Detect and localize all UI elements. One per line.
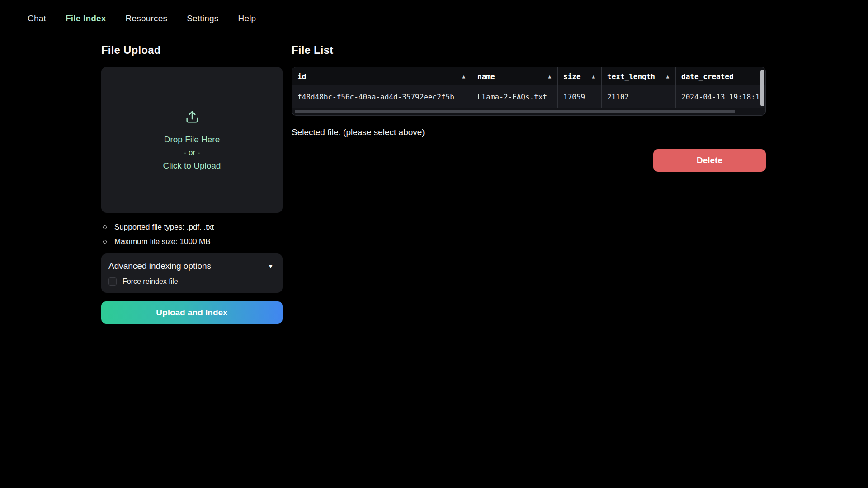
column-label: id	[297, 72, 306, 81]
upload-icon	[184, 109, 200, 127]
click-to-upload-link[interactable]: Click to Upload	[163, 161, 221, 171]
note-text: Supported file types: .pdf, .txt	[114, 223, 214, 232]
column-header-size[interactable]: size ▲	[557, 67, 601, 85]
file-table: id ▲ name ▲ size ▲ text_length ▲ date_cr…	[292, 67, 766, 116]
bullet-icon	[103, 225, 107, 229]
horizontal-scrollbar[interactable]	[295, 110, 735, 113]
file-list-title: File List	[292, 44, 766, 56]
drop-file-here-text: Drop File Here	[164, 135, 220, 145]
table-header-row: id ▲ name ▲ size ▲ text_length ▲ date_cr…	[292, 67, 765, 85]
cell-id: f48d48bc-f56c-40aa-ad4d-35792eec2f5b	[292, 85, 472, 108]
delete-button[interactable]: Delete	[653, 149, 766, 172]
column-label: size	[563, 72, 581, 81]
accordion-header[interactable]: Advanced indexing options ▼	[108, 261, 274, 271]
file-upload-panel: File Upload Drop File Here - or - Click …	[101, 44, 283, 324]
upload-notes: Supported file types: .pdf, .txt Maximum…	[101, 223, 283, 246]
note-text: Maximum file size: 1000 MB	[114, 237, 211, 246]
cell-text-length: 21102	[601, 85, 675, 108]
column-header-name[interactable]: name ▲	[472, 67, 557, 85]
file-upload-title: File Upload	[101, 44, 283, 56]
note-max-size: Maximum file size: 1000 MB	[101, 237, 283, 246]
main-content: File Upload Drop File Here - or - Click …	[0, 23, 868, 324]
sort-asc-icon[interactable]: ▲	[544, 74, 551, 80]
force-reindex-option[interactable]: Force reindex file	[108, 277, 274, 286]
sort-asc-icon[interactable]: ▲	[662, 74, 669, 80]
column-header-text-length[interactable]: text_length ▲	[601, 67, 675, 85]
upload-and-index-button[interactable]: Upload and Index	[101, 301, 283, 324]
vertical-scrollbar[interactable]	[760, 70, 764, 106]
or-text: - or -	[184, 148, 200, 157]
accordion-title: Advanced indexing options	[108, 261, 211, 271]
force-reindex-checkbox[interactable]	[108, 277, 117, 286]
tab-resources[interactable]: Resources	[126, 14, 168, 23]
selected-file-text: Selected file: (please select above)	[292, 127, 766, 137]
tab-file-index[interactable]: File Index	[66, 14, 106, 23]
cell-name: Llama-2-FAQs.txt	[472, 85, 557, 108]
column-label: date_created	[681, 72, 734, 81]
chevron-down-icon: ▼	[268, 263, 274, 270]
column-header-date-created[interactable]: date_created	[675, 67, 765, 85]
note-supported-types: Supported file types: .pdf, .txt	[101, 223, 283, 232]
file-dropzone[interactable]: Drop File Here - or - Click to Upload	[101, 67, 283, 213]
cell-date-created: 2024-04-13 19:18:1	[675, 85, 765, 108]
column-header-id[interactable]: id ▲	[292, 67, 472, 85]
column-label: name	[477, 72, 495, 81]
force-reindex-label: Force reindex file	[123, 277, 178, 286]
tab-help[interactable]: Help	[238, 14, 256, 23]
cell-size: 17059	[557, 85, 601, 108]
sort-asc-icon[interactable]: ▲	[588, 74, 595, 80]
top-nav: Chat File Index Resources Settings Help	[0, 0, 868, 23]
tab-settings[interactable]: Settings	[187, 14, 218, 23]
tab-chat[interactable]: Chat	[28, 14, 46, 23]
file-list-panel: File List id ▲ name ▲ size ▲ text_length…	[292, 44, 766, 172]
advanced-options-accordion: Advanced indexing options ▼ Force reinde…	[101, 253, 283, 293]
sort-asc-icon[interactable]: ▲	[458, 74, 465, 80]
bullet-icon	[103, 240, 107, 244]
column-label: text_length	[607, 72, 655, 81]
table-row[interactable]: f48d48bc-f56c-40aa-ad4d-35792eec2f5b Lla…	[292, 85, 765, 108]
